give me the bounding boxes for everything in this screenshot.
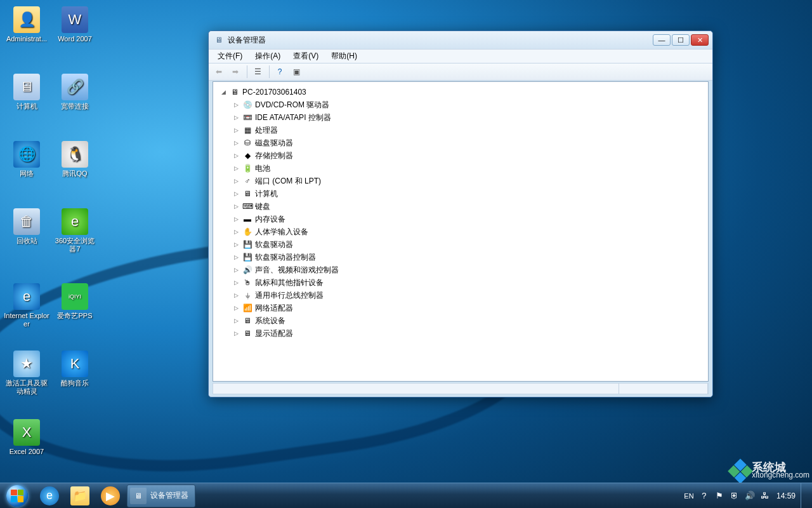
desktop-icon-label: 回收站: [4, 237, 49, 245]
pinned-ie[interactable]: e: [34, 483, 65, 509]
expand-icon[interactable]: ▷: [232, 165, 240, 171]
maximize-button[interactable]: ☐: [672, 34, 690, 46]
tree-node-8[interactable]: ▷⌨键盘: [232, 200, 708, 213]
tray-volume-icon[interactable]: 🔊: [743, 490, 756, 502]
desktop-icon-0[interactable]: 👤Administrat...: [4, 6, 49, 43]
desktop-icon-8[interactable]: eInternet Explorer: [4, 283, 49, 328]
tree-node-18[interactable]: ▷🖥显示适配器: [232, 327, 708, 340]
tree-node-1[interactable]: ▷📼IDE ATA/ATAPI 控制器: [232, 111, 708, 124]
tree-node-label: 键盘: [255, 201, 270, 212]
tree-node-label: DVD/CD-ROM 驱动器: [255, 100, 329, 110]
expand-icon[interactable]: ▷: [232, 152, 240, 159]
expand-icon[interactable]: ▷: [232, 292, 240, 298]
tray-lang[interactable]: EN: [683, 490, 695, 502]
tree-node-15[interactable]: ▷⏚通用串行总线控制器: [232, 289, 708, 302]
show-desktop-button[interactable]: [801, 483, 807, 509]
device-category-icon: 🖥: [242, 328, 253, 338]
desktop-icon-9[interactable]: iQIYI爱奇艺PPS: [52, 283, 98, 320]
back-button[interactable]: ⬅: [211, 65, 226, 79]
tree-root[interactable]: ◢🖥PC-201703061403: [219, 86, 708, 98]
desktop-icon-label: Excel 2007: [4, 448, 49, 456]
device-category-icon: ⏚: [242, 290, 253, 300]
tree-node-2[interactable]: ▷▦处理器: [232, 124, 708, 137]
expand-icon[interactable]: ▷: [232, 102, 240, 108]
tray-clock[interactable]: 14:59: [776, 491, 796, 500]
menu-item-2[interactable]: 查看(V): [287, 50, 325, 63]
device-category-icon: 💿: [242, 100, 253, 110]
close-button[interactable]: ✕: [691, 34, 709, 46]
expand-icon[interactable]: ▷: [232, 330, 240, 337]
scan-button[interactable]: ▣: [289, 65, 304, 79]
tree-node-9[interactable]: ▷▬内存设备: [232, 213, 708, 225]
desktop-icon-5[interactable]: 🐧腾讯QQ: [52, 141, 98, 178]
desktop-icon-4[interactable]: 🌐网络: [4, 141, 49, 178]
expand-icon[interactable]: ◢: [219, 89, 227, 95]
watermark: 系统城 xitongcheng.com: [731, 462, 809, 480]
tree-node-10[interactable]: ▷✋人体学输入设备: [232, 225, 708, 238]
desktop-icon-glyph: W: [62, 6, 88, 33]
desktop-icon-12[interactable]: XExcel 2007: [4, 419, 49, 456]
tree-node-label: 人体学输入设备: [255, 227, 308, 237]
expand-icon[interactable]: ▷: [232, 178, 240, 184]
desktop-icon-11[interactable]: K酷狗音乐: [52, 351, 98, 387]
desktop-icon-6[interactable]: 🗑回收站: [4, 208, 49, 245]
tree-node-0[interactable]: ▷💿DVD/CD-ROM 驱动器: [232, 98, 708, 111]
tray-help-icon[interactable]: ?: [698, 490, 710, 502]
expand-icon[interactable]: ▷: [232, 190, 240, 197]
tree-node-5[interactable]: ▷🔋电池: [232, 162, 708, 175]
menu-item-0[interactable]: 文件(F): [211, 50, 249, 63]
menu-item-3[interactable]: 帮助(H): [325, 50, 363, 63]
forward-button[interactable]: ➡: [228, 65, 243, 79]
tree-node-17[interactable]: ▷🖥系统设备: [232, 314, 708, 327]
minimize-button[interactable]: ―: [653, 34, 671, 46]
expand-icon[interactable]: ▷: [232, 114, 240, 121]
expand-icon[interactable]: ▷: [232, 305, 240, 311]
desktop-icon-10[interactable]: ★激活工具及驱动精灵: [4, 351, 49, 396]
pinned-explorer[interactable]: 📁: [65, 483, 95, 509]
expand-icon[interactable]: ▷: [232, 203, 240, 210]
tree-node-16[interactable]: ▷📶网络适配器: [232, 302, 708, 314]
tree-root-label: PC-201703061403: [242, 88, 306, 97]
tree-node-13[interactable]: ▷🔊声音、视频和游戏控制器: [232, 264, 708, 276]
tray-network-icon[interactable]: 🖧: [759, 490, 771, 502]
start-button[interactable]: [0, 483, 34, 509]
tree-pane[interactable]: ◢🖥PC-201703061403▷💿DVD/CD-ROM 驱动器▷📼IDE A…: [213, 81, 709, 382]
tree-node-3[interactable]: ▷⛁磁盘驱动器: [232, 137, 708, 149]
expand-icon[interactable]: ▷: [232, 229, 240, 235]
desktop-icon-label: 360安全浏览器7: [52, 237, 98, 253]
tree-node-11[interactable]: ▷💾软盘驱动器: [232, 238, 708, 251]
tray-action-center-icon[interactable]: ⚑: [713, 490, 726, 502]
app-icon: 🖥: [214, 35, 224, 45]
expand-icon[interactable]: ▷: [232, 279, 240, 286]
view-button[interactable]: ☰: [250, 65, 265, 79]
tree-node-7[interactable]: ▷🖥计算机: [232, 187, 708, 200]
expand-icon[interactable]: ▷: [232, 267, 240, 273]
expand-icon[interactable]: ▷: [232, 241, 240, 248]
device-category-icon: 🖥: [242, 316, 253, 326]
desktop-icon-1[interactable]: WWord 2007: [52, 6, 98, 43]
desktop-icon-3[interactable]: 🔗宽带连接: [52, 74, 98, 110]
tree-node-12[interactable]: ▷💾软盘驱动器控制器: [232, 251, 708, 264]
tree-node-4[interactable]: ▷◆存储控制器: [232, 149, 708, 162]
expand-icon[interactable]: ▷: [232, 216, 240, 222]
device-category-icon: 🖱: [242, 277, 253, 288]
desktop-icon-2[interactable]: 🖥计算机: [4, 74, 49, 110]
pinned-media-player[interactable]: ▶: [95, 483, 126, 509]
expand-icon[interactable]: ▷: [232, 127, 240, 133]
titlebar[interactable]: 🖥 设备管理器 ― ☐ ✕: [209, 31, 712, 49]
desktop-icon-7[interactable]: e360安全浏览器7: [52, 208, 98, 253]
help-button[interactable]: ?: [272, 65, 287, 79]
tree-node-14[interactable]: ▷🖱鼠标和其他指针设备: [232, 276, 708, 289]
desktop-icon-label: Word 2007: [52, 35, 98, 43]
expand-icon[interactable]: ▷: [232, 254, 240, 260]
tree-node-6[interactable]: ▷♂端口 (COM 和 LPT): [232, 175, 708, 187]
expand-icon[interactable]: ▷: [232, 318, 240, 324]
tray-shield-icon[interactable]: ⛨: [728, 490, 741, 502]
taskbar-app-device-manager[interactable]: 🖥 设备管理器: [127, 485, 195, 507]
desktop-icon-glyph: e: [62, 208, 88, 235]
tree-node-label: 显示适配器: [255, 328, 293, 339]
taskbar-app-icon: 🖥: [130, 488, 147, 504]
expand-icon[interactable]: ▷: [232, 140, 240, 146]
menu-item-1[interactable]: 操作(A): [249, 50, 287, 63]
computer-icon: 🖥: [229, 87, 240, 97]
